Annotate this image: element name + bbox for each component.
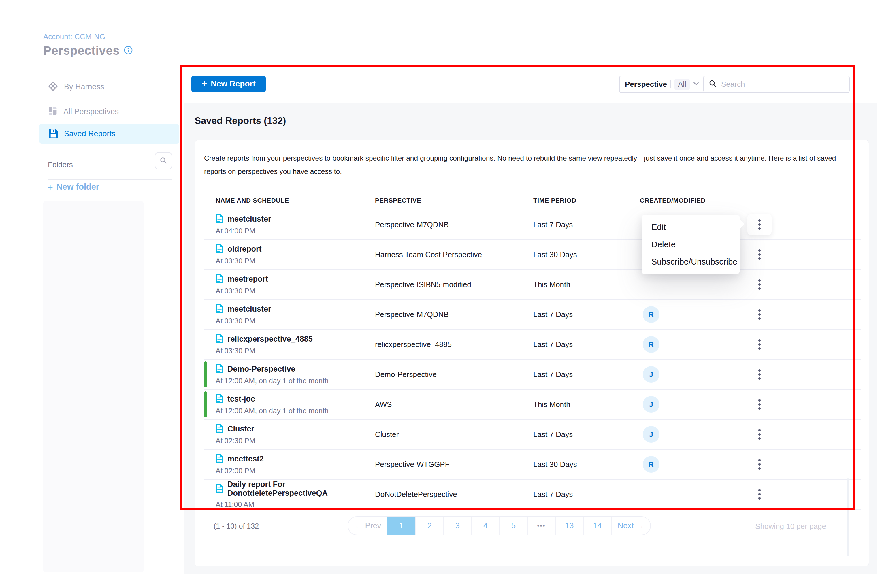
row-menu-button[interactable] xyxy=(747,214,772,235)
pager-prev-button[interactable]: ← Prev xyxy=(348,517,387,535)
new-folder-button[interactable]: + New folder xyxy=(47,182,99,192)
folders-empty-panel xyxy=(43,201,144,572)
table-row: meetcluster At 04:00 PM Perspective-M7QD… xyxy=(204,210,861,240)
pager-page-14[interactable]: 14 xyxy=(583,517,611,535)
column-header-name: NAME AND SCHEDULE xyxy=(204,197,375,204)
arrow-left-icon: ← xyxy=(354,521,362,530)
reports-table: NAME AND SCHEDULE PERSPECTIVE TIME PERIO… xyxy=(204,191,861,510)
row-menu-button[interactable] xyxy=(747,274,772,295)
table-row: Cluster At 02:30 PM Cluster Last 7 Days … xyxy=(204,420,861,450)
report-schedule: At 04:00 PM xyxy=(216,227,375,235)
folders-divider xyxy=(48,179,172,180)
table-row: meetcluster At 03:30 PM Perspective-M7QD… xyxy=(204,300,861,330)
kebab-icon xyxy=(758,249,760,260)
cell-perspective: Perspective-M7QDNB xyxy=(375,300,533,329)
report-schedule: At 02:00 PM xyxy=(216,466,375,475)
pager-page-2[interactable]: 2 xyxy=(416,517,443,535)
cell-time-period: Last 7 Days xyxy=(533,330,640,359)
document-icon xyxy=(216,244,224,254)
kebab-icon xyxy=(758,399,760,410)
new-folder-label: New folder xyxy=(57,182,99,192)
pager-page-5[interactable]: 5 xyxy=(499,517,527,535)
menu-item-delete[interactable]: Delete xyxy=(642,236,740,253)
pagination-bar: (1 - 10) of 132 ← Prev 12345•••1314 Next… xyxy=(195,516,869,537)
account-breadcrumb[interactable]: Account: CCM-NG xyxy=(43,32,105,41)
table-header-row: NAME AND SCHEDULE PERSPECTIVE TIME PERIO… xyxy=(204,191,861,210)
cell-time-period: Last 7 Days xyxy=(533,360,640,389)
created-by-badge: J xyxy=(643,396,660,413)
row-menu-button[interactable] xyxy=(747,244,772,265)
cell-perspective: Cluster xyxy=(375,420,533,449)
folders-search-button[interactable] xyxy=(155,152,172,170)
table-body: meetcluster At 04:00 PM Perspective-M7QD… xyxy=(204,210,861,510)
document-icon xyxy=(216,454,224,464)
pager-page-3[interactable]: 3 xyxy=(443,517,471,535)
cell-perspective: Perspective-WTGGPF xyxy=(375,450,533,479)
report-name: meetcluster xyxy=(227,304,271,314)
pager: ← Prev 12345•••1314 Next → xyxy=(348,516,651,535)
kebab-icon xyxy=(758,459,760,470)
document-icon xyxy=(216,274,224,284)
new-report-label: New Report xyxy=(211,79,256,88)
row-menu-button[interactable] xyxy=(747,334,772,355)
reports-search-box xyxy=(703,75,850,93)
cell-time-period: Last 7 Days xyxy=(533,480,640,509)
kebab-icon xyxy=(758,429,760,440)
harness-icon xyxy=(48,81,58,93)
kebab-icon xyxy=(758,339,760,350)
row-menu-button[interactable] xyxy=(747,364,772,385)
pager-next-button[interactable]: Next → xyxy=(611,517,650,535)
per-page-label: Showing 10 per page xyxy=(755,522,826,531)
pagination-range: (1 - 10) of 132 xyxy=(214,522,259,530)
cell-time-period: Last 7 Days xyxy=(533,420,640,449)
document-icon xyxy=(216,364,224,374)
perspective-filter-dropdown[interactable]: Perspective All xyxy=(619,75,705,93)
menu-item-subscribe[interactable]: Subscribe/Unsubscribe xyxy=(642,253,740,270)
sidebar-item-by-harness[interactable]: By Harness xyxy=(39,78,179,96)
pager-page-1[interactable]: 1 xyxy=(387,517,416,535)
report-name: meetreport xyxy=(227,275,268,284)
filter-label: Perspective xyxy=(625,80,667,89)
created-by-badge: R xyxy=(643,336,660,353)
cell-time-period: Last 30 Days xyxy=(533,450,640,479)
grid-icon xyxy=(48,106,58,117)
pager-ellipsis[interactable]: ••• xyxy=(527,517,555,535)
sidebar-item-label: By Harness xyxy=(64,82,104,92)
pager-page-13[interactable]: 13 xyxy=(555,517,583,535)
row-menu-button[interactable] xyxy=(747,304,772,325)
created-by-badge: R xyxy=(643,456,660,473)
kebab-icon xyxy=(758,219,760,230)
cell-time-period: Last 7 Days xyxy=(533,210,640,239)
row-menu-button[interactable] xyxy=(747,484,772,505)
search-input[interactable] xyxy=(721,80,844,89)
cell-perspective: Perspective-ISIBN5-modified xyxy=(375,270,533,299)
card-description: Create reports from your perspectives to… xyxy=(204,152,849,178)
folders-section-label: Folders xyxy=(48,160,73,169)
kebab-icon xyxy=(758,369,760,380)
scrollbar[interactable] xyxy=(847,478,849,556)
row-menu-button[interactable] xyxy=(747,454,772,475)
report-schedule: At 03:30 PM xyxy=(216,257,375,265)
saved-reports-card: Create reports from your perspectives to… xyxy=(195,140,869,566)
plus-icon: + xyxy=(201,78,207,89)
document-icon xyxy=(216,214,224,224)
created-by-badge: R xyxy=(643,306,660,323)
report-name: oldreport xyxy=(227,245,262,254)
chevron-down-icon xyxy=(693,82,699,87)
sidebar-item-saved-reports[interactable]: Saved Reports xyxy=(39,124,179,144)
pager-page-4[interactable]: 4 xyxy=(471,517,499,535)
column-header-time-period: TIME PERIOD xyxy=(533,197,640,204)
info-icon[interactable] xyxy=(124,45,133,56)
kebab-icon xyxy=(758,309,760,320)
row-menu-button[interactable] xyxy=(747,394,772,415)
new-report-button[interactable]: + New Report xyxy=(191,75,266,92)
menu-item-edit[interactable]: Edit xyxy=(642,219,740,236)
table-row: relicxperspective_4885 At 03:30 PM relic… xyxy=(204,330,861,360)
search-icon xyxy=(159,156,168,165)
sidebar-item-all-perspectives[interactable]: All Perspectives xyxy=(39,103,179,120)
report-schedule: At 03:30 PM xyxy=(216,347,375,355)
sidebar-item-label: Saved Reports xyxy=(64,129,116,138)
report-name: test-joe xyxy=(227,394,255,404)
row-menu-button[interactable] xyxy=(747,424,772,445)
cell-perspective: DoNotDeletePerspective xyxy=(375,480,533,509)
